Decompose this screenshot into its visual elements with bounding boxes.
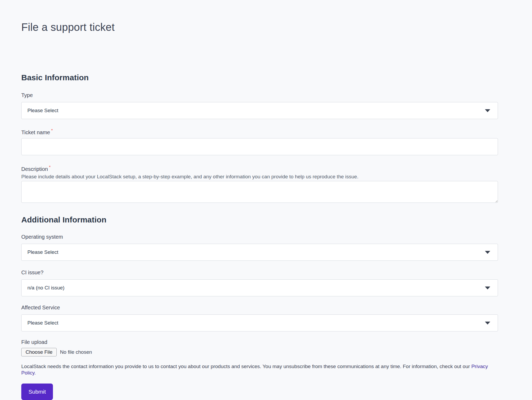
- ticket-name-input[interactable]: [21, 138, 498, 155]
- ci-issue-select-value: n/a (no CI issue): [27, 285, 64, 291]
- description-helper-text: Please include details about your LocalS…: [21, 174, 498, 180]
- privacy-notice-period: .: [34, 370, 36, 376]
- basic-information-heading: Basic Information: [21, 73, 498, 82]
- privacy-notice: LocalStack needs the contact information…: [21, 363, 498, 376]
- chevron-down-icon: [485, 109, 490, 112]
- ci-issue-select[interactable]: n/a (no CI issue): [21, 279, 498, 296]
- required-asterisk: *: [51, 128, 53, 133]
- required-asterisk: *: [49, 165, 51, 170]
- affected-service-label: Affected Service: [21, 304, 498, 311]
- chevron-down-icon: [485, 287, 490, 289]
- operating-system-select-value: Please Select: [27, 249, 58, 255]
- ticket-name-label-text: Ticket name: [21, 129, 50, 135]
- affected-service-select[interactable]: Please Select: [21, 314, 498, 331]
- description-textarea[interactable]: [21, 181, 498, 203]
- ci-issue-label-text: CI issue?: [21, 270, 43, 275]
- support-ticket-form: File a support ticket Basic Information …: [0, 0, 498, 400]
- privacy-notice-text: LocalStack needs the contact information…: [21, 364, 471, 369]
- type-select-value: Please Select: [27, 108, 58, 113]
- chevron-down-icon: [485, 251, 490, 254]
- chevron-down-icon: [485, 322, 490, 325]
- type-label-text: Type: [21, 92, 33, 98]
- operating-system-select[interactable]: Please Select: [21, 244, 498, 261]
- ticket-name-label: Ticket name*: [21, 128, 498, 136]
- additional-information-heading: Additional Information: [21, 215, 498, 225]
- type-label: Type: [21, 92, 498, 98]
- choose-file-button[interactable]: Choose File: [21, 348, 57, 356]
- description-label-text: Description: [21, 166, 48, 172]
- file-upload-label-text: File upload: [21, 339, 47, 345]
- affected-service-select-value: Please Select: [27, 320, 58, 326]
- file-upload-label: File upload: [21, 339, 498, 345]
- description-label: Description*: [21, 164, 498, 172]
- file-upload-control: Choose File No file chosen: [21, 348, 498, 356]
- operating-system-label-text: Operating system: [21, 234, 63, 240]
- affected-service-label-text: Affected Service: [21, 305, 60, 310]
- submit-button[interactable]: Submit: [21, 384, 53, 400]
- type-select[interactable]: Please Select: [21, 102, 498, 119]
- ci-issue-label: CI issue?: [21, 269, 498, 276]
- operating-system-label: Operating system: [21, 234, 498, 240]
- page-title: File a support ticket: [21, 21, 498, 33]
- file-chosen-status: No file chosen: [60, 349, 92, 355]
